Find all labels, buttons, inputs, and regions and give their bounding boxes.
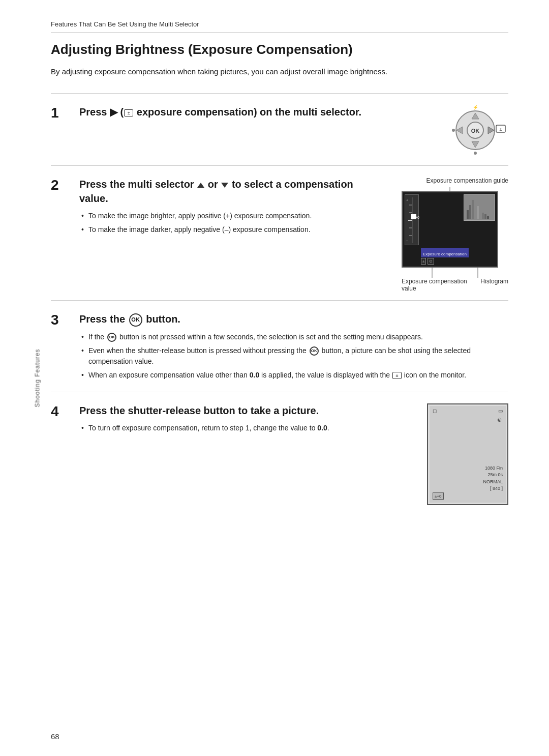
cs4-quality: NORMAL xyxy=(483,479,503,486)
intro-text: By adjusting exposure compensation when … xyxy=(51,66,396,78)
cs4-time: 25m 0s xyxy=(483,472,503,479)
step-3-content: Press the OK button. If the OK button is… xyxy=(79,312,508,384)
step-4-bullet-1: To turn off exposure compensation, retur… xyxy=(79,423,412,433)
lcd-bottom-labels: Exposure compensation value Histogram xyxy=(402,278,508,292)
battery-icon: ▭ xyxy=(498,408,503,414)
step-1-content: Press ▶ (± exposure compensation) on the… xyxy=(79,105,432,124)
exp-comp-guide-label: Exposure compensation guide xyxy=(391,177,508,184)
svg-rect-17 xyxy=(477,206,479,219)
svg-text:OK: OK xyxy=(471,128,480,134)
camera-screen-inner: ◻ ▭ ☯ 1080 Fin 25m 0s NORMAL [ 840 ] ±+0 xyxy=(430,406,506,503)
step-4-content: Press the shutter-release button to take… xyxy=(79,403,412,437)
step-4-title: Press the shutter-release button to take… xyxy=(79,403,412,418)
svg-rect-21 xyxy=(487,216,489,219)
breadcrumb: Features That Can Be Set Using the Multi… xyxy=(51,20,508,33)
svg-text:±: ± xyxy=(500,127,502,132)
step-3-bullet-3: When an exposure compensation value othe… xyxy=(79,370,508,381)
step-4-section: 4 Press the shutter-release button to ta… xyxy=(51,392,508,513)
page-title: Adjusting Brightness (Exposure Compensat… xyxy=(51,42,508,57)
svg-rect-14 xyxy=(469,205,471,219)
svg-rect-15 xyxy=(472,200,474,219)
exposure-bar: +0.3 + – xyxy=(405,194,419,245)
svg-rect-18 xyxy=(479,209,481,219)
step-3-number: 3 xyxy=(51,313,69,327)
callout-line-top xyxy=(391,186,508,191)
step-2-number: 2 xyxy=(51,178,69,192)
step-1-image: OK ± ⚡ xyxy=(442,105,508,157)
step-3-title: Press the OK button. xyxy=(79,312,508,327)
svg-rect-19 xyxy=(482,213,484,219)
multi-selector-diagram: OK ± ⚡ xyxy=(442,105,508,156)
cs4-shots: [ 840 ] xyxy=(483,485,503,492)
bold-zero-4: 0.0 xyxy=(317,424,327,432)
svg-rect-20 xyxy=(484,214,486,219)
step-3-section: 3 Press the OK button. If the OK button … xyxy=(51,300,508,392)
page-number: 68 xyxy=(51,732,59,741)
step-3-bullet-1: If the OK button is not pressed within a… xyxy=(79,332,508,342)
step-3-bullet-2: Even when the shutter-release button is … xyxy=(79,345,508,367)
exp-value-label: Exposure compensation value xyxy=(402,278,480,292)
step-2-bullet-1: To make the image brighter, apply positi… xyxy=(79,211,381,221)
ok-button-icon: OK xyxy=(129,313,142,327)
exp-comp-label-bar: Exposure compensation xyxy=(421,248,469,257)
ok-inline-icon-1: OK xyxy=(107,333,116,342)
step-1-section: 1 Press ▶ (± exposure compensation) on t… xyxy=(51,93,508,165)
step-2-section: 2 Press the multi selector or to select … xyxy=(51,165,508,300)
svg-rect-16 xyxy=(474,202,476,219)
step-1-title: Press ▶ (± exposure compensation) on the… xyxy=(79,105,432,119)
histogram-area xyxy=(464,194,495,221)
step-4-image: ◻ ▭ ☯ 1080 Fin 25m 0s NORMAL [ 840 ] ±+0 xyxy=(422,403,508,505)
svg-text:+: + xyxy=(406,198,408,202)
step-4-number: 4 xyxy=(51,404,69,419)
cs4-exp-comp-indicator: ±+0 xyxy=(433,492,444,500)
step-2-content: Press the multi selector or to select a … xyxy=(79,177,381,238)
svg-rect-13 xyxy=(467,210,469,219)
step-2-bullets: To make the image brighter, apply positi… xyxy=(79,211,381,235)
exposure-comp-icon: ± xyxy=(124,109,133,117)
histogram-label: Histogram xyxy=(480,278,508,292)
step-2-bullet-2: To make the image darker, apply negative… xyxy=(79,224,381,235)
cs4-info-block: 1080 Fin 25m 0s NORMAL [ 840 ] xyxy=(483,465,503,492)
lcd-bottom-icons: ± ⊙ xyxy=(421,258,434,265)
lcd-screen: +0.3 + – ± ⊙ Exposure compensation xyxy=(402,191,498,268)
svg-text:–: – xyxy=(406,239,408,242)
bold-zero-3: 0.0 xyxy=(250,371,259,379)
step-3-bullets: If the OK button is not pressed within a… xyxy=(79,332,508,381)
exp-comp-label-text: Exposure compensation xyxy=(423,252,467,256)
svg-text:⚡: ⚡ xyxy=(473,105,479,110)
step-2-title: Press the multi selector or to select a … xyxy=(79,177,381,206)
step-4-bullets: To turn off exposure compensation, retur… xyxy=(79,423,412,433)
cs4-exp-icon: ±+0 xyxy=(435,494,442,499)
callout-lines-bottom xyxy=(391,268,508,278)
ok-inline-icon-2: OK xyxy=(310,346,319,356)
sidebar-label: Shooting Features xyxy=(34,348,41,407)
exp-inline-icon: ± xyxy=(392,372,402,379)
cs4-top-icons: ◻ ▭ xyxy=(430,406,506,414)
camera-icon: ◻ xyxy=(433,408,437,414)
svg-point-11 xyxy=(452,129,455,132)
svg-text:+0.3: +0.3 xyxy=(415,216,419,219)
step-2-image: Exposure compensation guide xyxy=(391,177,508,292)
shooting-mode-icon: ☯ xyxy=(497,417,502,423)
cs4-resolution: 1080 Fin xyxy=(483,465,503,472)
camera-screen-4: ◻ ▭ ☯ 1080 Fin 25m 0s NORMAL [ 840 ] ±+0 xyxy=(427,403,508,505)
step-1-number: 1 xyxy=(51,106,69,120)
svg-point-10 xyxy=(474,152,477,155)
